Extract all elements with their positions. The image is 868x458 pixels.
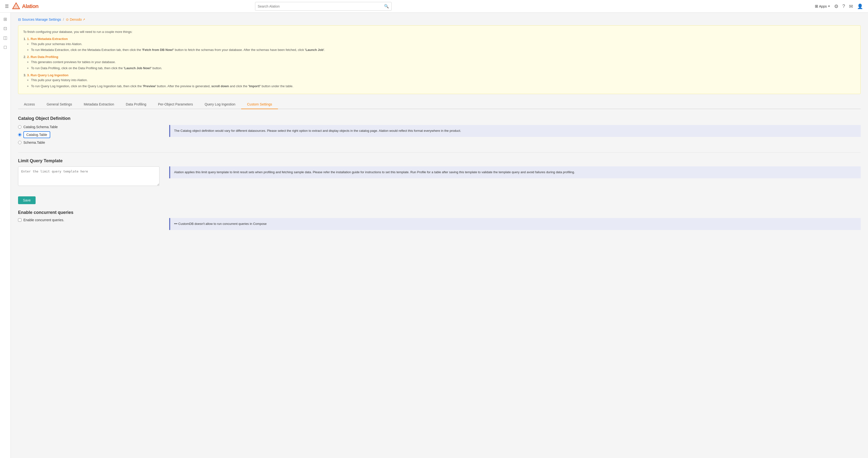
radio-catalog-table-input[interactable] (18, 133, 22, 136)
left-sidebar: ⊞ ⊡ ◫ ◻ (0, 13, 11, 458)
apps-menu[interactable]: ⊞ Apps ▼ (815, 4, 830, 8)
alation-brand: Alation (22, 3, 38, 9)
enable-concurrent-queries-section: Enable concurrent queries Enable concurr… (18, 210, 861, 230)
info-step-1-bullet-1: This pulls your schemas into Alation. (31, 42, 856, 47)
settings-icon[interactable]: ⚙ (834, 3, 838, 9)
radio-schema-table-label[interactable]: Schema.Table (23, 140, 45, 144)
radio-group: Catalog.Schema.Table Catalog.Table Schem… (18, 125, 159, 144)
info-step-1-bullet-2: To run Metadata Extraction, click on the… (31, 47, 856, 53)
info-step-2-bullet-1: This generates content previews for tabl… (31, 60, 856, 65)
search-icon: 🔍 (384, 4, 389, 8)
main-content: ⊟ Sources Manage Settings / ⊙ Denodo ↗ T… (11, 13, 868, 458)
info-step-3-title[interactable]: 3. Run Query Log Ingestion (27, 73, 68, 77)
info-box: To finish configuring your database, you… (18, 25, 861, 94)
breadcrumb-current[interactable]: ⊙ Denodo ↗ (66, 18, 85, 22)
info-step-2-title[interactable]: 2. Run Data Profiling (27, 55, 58, 59)
save-button[interactable]: Save (18, 196, 36, 204)
radio-schema-table[interactable]: Schema.Table (18, 140, 159, 144)
info-step-3-bullet-2: To run Query Log Ingestion, click on the… (31, 84, 856, 89)
external-link-icon: ↗ (83, 18, 85, 21)
info-step-1-title[interactable]: 1. Run Metadata Extraction (27, 37, 68, 41)
notifications-icon[interactable]: ✉ (849, 3, 853, 9)
limit-query-template-input-col (18, 166, 159, 187)
radio-schema-table-input[interactable] (18, 141, 22, 144)
sidebar-chat-icon[interactable]: ◻ (3, 44, 7, 50)
search-input[interactable] (258, 4, 384, 8)
tab-metadata-extraction[interactable]: Metadata Extraction (78, 100, 120, 109)
breadcrumb-separator: / (63, 18, 64, 22)
enable-concurrent-queries-col: Enable concurrent queries. (18, 218, 159, 230)
tab-per-object-parameters[interactable]: Per-Object Parameters (152, 100, 199, 109)
denodo-icon: ⊙ (66, 18, 69, 22)
breadcrumb: ⊟ Sources Manage Settings / ⊙ Denodo ↗ (18, 18, 861, 22)
tab-custom-settings[interactable]: Custom Settings (241, 100, 278, 109)
tab-data-profiling[interactable]: Data Profiling (120, 100, 152, 109)
section-divider (18, 152, 861, 153)
apps-chevron-icon: ▼ (828, 5, 830, 7)
sources-table-icon: ⊟ (18, 18, 21, 22)
search-bar[interactable]: 🔍 (255, 2, 392, 11)
sidebar-compose-icon[interactable]: ⊡ (3, 26, 7, 31)
info-step-2-bullet-2: To run Data Profiling, click on the Data… (31, 66, 856, 71)
radio-catalog-schema-table-input[interactable] (18, 125, 22, 129)
concurrent-queries-help: ••• CustomDB doesn't allow to run concur… (169, 218, 861, 230)
radio-catalog-table[interactable]: Catalog.Table (18, 131, 159, 138)
topnav-right: ⊞ Apps ▼ ⚙ ? ✉ 👤 (815, 3, 863, 9)
radio-catalog-schema-table[interactable]: Catalog.Schema.Table (18, 125, 159, 129)
hamburger-button[interactable]: ☰ (5, 4, 9, 9)
limit-query-template-help: Alation applies this limit query templat… (169, 166, 861, 178)
catalog-object-definition-options: Catalog.Schema.Table Catalog.Table Schem… (18, 125, 159, 144)
catalog-object-definition-title: Catalog Object Definition (18, 116, 861, 121)
limit-query-template-row: Alation applies this limit query templat… (18, 166, 861, 187)
alation-logo-icon (12, 2, 21, 11)
help-icon[interactable]: ? (842, 3, 845, 9)
radio-catalog-schema-table-label[interactable]: Catalog.Schema.Table (23, 125, 58, 129)
limit-query-template-title: Limit Query Template (18, 158, 861, 163)
tab-access[interactable]: Access (18, 100, 41, 109)
info-step-3-bullet-1: This pulls your query history into Alati… (31, 78, 856, 83)
user-icon[interactable]: 👤 (857, 3, 863, 9)
topnav: ☰ Apps Alation 🔍 ⊞ Apps ▼ ⚙ ? ✉ 👤 (0, 0, 868, 13)
enable-concurrent-queries-title: Enable concurrent queries (18, 210, 861, 215)
enable-concurrent-queries-row: Enable concurrent queries. ••• CustomDB … (18, 218, 861, 230)
tab-general-settings[interactable]: General Settings (41, 100, 78, 109)
apps-label: Apps (819, 4, 827, 8)
radio-catalog-table-label[interactable]: Catalog.Table (23, 131, 50, 138)
sidebar-catalog-icon[interactable]: ⊞ (3, 17, 7, 22)
tabs: Access General Settings Metadata Extract… (18, 100, 861, 109)
apps-grid-icon: ⊞ (815, 4, 818, 8)
breadcrumb-sources-link[interactable]: ⊟ Sources Manage Settings (18, 18, 61, 22)
concurrent-queries-checkbox[interactable] (18, 218, 22, 222)
catalog-object-definition-help: The Catalog object definition would vary… (169, 125, 861, 137)
catalog-object-definition-section: Catalog.Schema.Table Catalog.Table Schem… (18, 125, 861, 144)
concurrent-queries-checkbox-label[interactable]: Enable concurrent queries. (23, 218, 64, 222)
logo: Apps Alation (12, 2, 38, 11)
info-intro: To finish configuring your database, you… (23, 30, 856, 35)
limit-query-template-section: Limit Query Template Alation applies thi… (18, 158, 861, 204)
tab-query-log-ingestion[interactable]: Query Log Ingestion (199, 100, 241, 109)
sidebar-search-icon[interactable]: ◫ (3, 35, 7, 40)
concurrent-queries-checkbox-item[interactable]: Enable concurrent queries. (18, 218, 159, 222)
limit-query-template-textarea[interactable] (18, 166, 159, 186)
